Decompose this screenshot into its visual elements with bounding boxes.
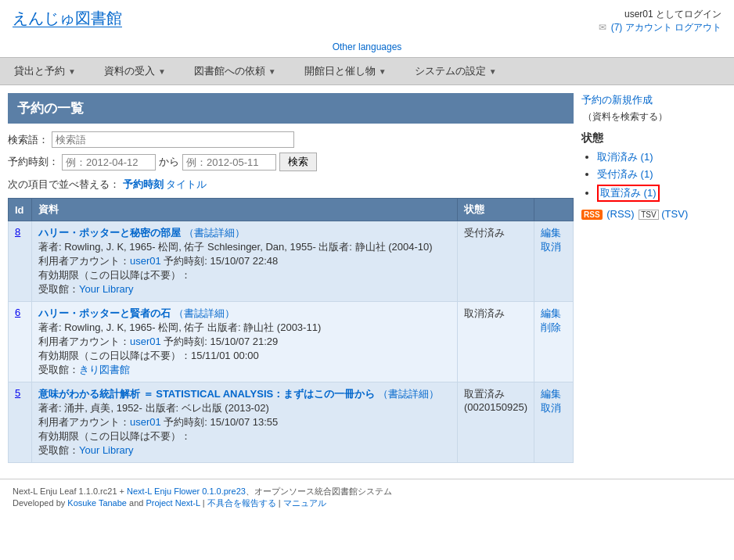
action-link-編集[interactable]: 編集 — [541, 387, 567, 401]
id-link[interactable]: 8 — [15, 226, 20, 238]
action-link-取消[interactable]: 取消 — [541, 401, 567, 415]
table-row: 6ハリー・ポッターと賢者の石 （書誌詳細）著者: Rowling, J. K, … — [9, 302, 574, 382]
nav-acquisitions-label: 資料の受入 — [104, 64, 155, 78]
sidebar-status-received: 受付済み (1) — [597, 167, 726, 181]
nav-settings-arrow: ▼ — [489, 67, 497, 76]
id-link[interactable]: 6 — [15, 307, 20, 318]
expiry-text: 有効期限（この日以降は不要）：15/11/01 00:00 — [38, 350, 259, 361]
library-label: 受取館： — [38, 364, 79, 375]
title-link[interactable]: ハリー・ポッターと賢者の石 — [38, 307, 171, 319]
library-link[interactable]: きり図書館 — [79, 364, 130, 375]
sidebar-status-list: 取消済み (1) 受付済み (1) 取置済み (1) — [581, 150, 726, 202]
search-button[interactable]: 検索 — [279, 153, 317, 171]
nav-item-requests[interactable]: 図書館への依頼 ▼ — [180, 58, 290, 84]
sort-info: 次の項目で並べ替える： 予約時刻 タイトル — [8, 178, 574, 192]
sidebar-feeds: RSS (RSS) TSV (TSV) — [581, 208, 726, 220]
authors-text: 著者: Rowling, J. K, 1965- 松岡, 佑子 出版者: 静山社… — [38, 321, 321, 333]
col-header-actions — [534, 199, 574, 221]
title-link[interactable]: 意味がわかる統計解析 ＝ STATISTICAL ANALYSIS：まずはこの一… — [38, 388, 375, 400]
manual-link[interactable]: マニュアル — [283, 498, 326, 508]
action-link-編集[interactable]: 編集 — [541, 226, 567, 240]
sidebar-received-link[interactable]: 受付済み (1) — [597, 168, 653, 180]
logout-link[interactable]: ログアウト — [675, 22, 721, 33]
cell-material: 意味がわかる統計解析 ＝ STATISTICAL ANALYSIS：まずはこの一… — [32, 382, 458, 463]
other-languages-link[interactable]: Other languages — [333, 41, 402, 52]
detail-link[interactable]: （書誌詳細） — [378, 388, 439, 400]
cell-actions: 編集取消 — [534, 382, 574, 463]
expiry-text: 有効期限（この日以降は不要）： — [38, 269, 191, 281]
nav-item-events[interactable]: 開館日と催し物 ▼ — [290, 58, 401, 84]
footer: Next-L Enju Leaf 1.1.0.rc21 + Next-L Enj… — [0, 479, 734, 515]
cell-actions: 編集削除 — [534, 302, 574, 382]
status-text: 取置済み (0020150925) — [464, 388, 527, 413]
date-label: 予約時刻： — [8, 155, 59, 169]
nav-events-arrow: ▼ — [379, 67, 387, 76]
col-header-id: Id — [9, 199, 32, 221]
enju-flower-link[interactable]: Next-L Enju Flower 0.1.0.pre23 — [127, 486, 246, 496]
main-content: 予約の一覧 検索語： 予約時刻： から 検索 次の項目で並べ替える： 予約時刻 … — [8, 93, 574, 463]
sort-date-link[interactable]: 予約時刻 — [123, 178, 164, 190]
account-user-link[interactable]: user01 — [130, 336, 161, 347]
footer-dev: Developed by — [13, 498, 67, 508]
sidebar-new-reserve: 予約の新規作成 — [581, 93, 726, 107]
cell-id: 5 — [9, 382, 32, 463]
sidebar: 予約の新規作成 （資料を検索する） 状態 取消済み (1) 受付済み (1) 取… — [581, 93, 726, 463]
expiry-text: 有効期限（この日以降は不要）： — [38, 430, 191, 442]
sidebar-reserved-link[interactable]: 取置済み (1) — [600, 187, 657, 199]
cell-status: 取置済み (0020150925) — [458, 382, 534, 463]
cell-material: ハリー・ポッターと秘密の部屋 （書誌詳細）著者: Rowling, J. K, … — [32, 221, 458, 302]
search-keyword-input[interactable] — [52, 131, 294, 148]
account-label: 利用者アカウント： — [38, 416, 130, 428]
sidebar-status-title: 状態 — [581, 131, 726, 145]
nav-events-label: 開館日と催し物 — [304, 64, 376, 78]
action-link-編集[interactable]: 編集 — [541, 307, 567, 321]
reservations-table: Id 資料 状態 8ハリー・ポッターと秘密の部屋 （書誌詳細）著者: Rowli… — [8, 198, 574, 463]
sidebar-cancelled-link[interactable]: 取消済み (1) — [597, 151, 653, 163]
nav-item-loans[interactable]: 貸出と予約 ▼ — [0, 58, 90, 84]
search-date-from-input[interactable] — [62, 154, 156, 171]
authors-text: 著者: 涌井, 貞美, 1952- 出版者: ベレ出版 (2013-02) — [38, 402, 269, 414]
action-link-削除[interactable]: 削除 — [541, 321, 567, 335]
status-text: 受付済み — [464, 227, 505, 239]
status-text: 取消済み — [464, 307, 505, 319]
nav-requests-arrow: ▼ — [268, 67, 276, 76]
date-separator: から — [159, 155, 179, 169]
table-row: 8ハリー・ポッターと秘密の部屋 （書誌詳細）著者: Rowling, J. K,… — [9, 221, 574, 302]
account-user-link[interactable]: user01 — [130, 416, 161, 428]
sidebar-status-reserved: 取置済み (1) — [597, 185, 726, 202]
rss-link[interactable]: (RSS) — [606, 208, 634, 220]
message-link[interactable]: (7) — [611, 22, 623, 33]
kosuke-link[interactable]: Kosuke Tanabe — [67, 498, 127, 508]
search-date-to-input[interactable] — [182, 154, 276, 171]
nav-item-settings[interactable]: システムの設定 ▼ — [401, 58, 511, 84]
sort-title-link[interactable]: タイトル — [166, 178, 207, 190]
site-title: えんじゅ図書館 — [13, 8, 122, 29]
table-row: 5意味がわかる統計解析 ＝ STATISTICAL ANALYSIS：まずはこの… — [9, 382, 574, 463]
new-reserve-link[interactable]: 予約の新規作成 — [581, 94, 653, 106]
nav-item-acquisitions[interactable]: 資料の受入 ▼ — [90, 58, 180, 84]
sidebar-new-reserve-sub: （資料を検索する） — [583, 110, 726, 124]
detail-link[interactable]: （書誌詳細） — [184, 227, 245, 239]
footer-and: and — [127, 498, 146, 508]
cell-id: 6 — [9, 302, 32, 382]
title-link[interactable]: ハリー・ポッターと秘密の部屋 — [38, 227, 181, 239]
id-link[interactable]: 5 — [15, 387, 20, 399]
sort-label: 次の項目で並べ替える： — [8, 178, 120, 190]
col-header-material: 資料 — [32, 199, 458, 221]
action-link-取消[interactable]: 取消 — [541, 240, 567, 254]
cell-id: 8 — [9, 221, 32, 302]
footer-sep2: | — [276, 498, 283, 508]
tsv-link[interactable]: (TSV) — [661, 208, 688, 220]
authors-text: 著者: Rowling, J. K, 1965- 松岡, 佑子 Schlesin… — [38, 241, 433, 253]
site-title-link[interactable]: えんじゅ図書館 — [13, 9, 122, 27]
detail-link[interactable]: （書誌詳細） — [174, 307, 235, 319]
bug-link[interactable]: 不具合を報告する — [207, 498, 276, 508]
account-link[interactable]: アカウント — [625, 22, 672, 33]
library-link[interactable]: Your Library — [79, 444, 134, 456]
project-link[interactable]: Project Next-L — [146, 498, 200, 508]
account-user-link[interactable]: user01 — [130, 255, 161, 267]
nav-loans-arrow: ▼ — [68, 67, 76, 76]
navbar: 貸出と予約 ▼ 資料の受入 ▼ 図書館への依頼 ▼ 開館日と催し物 ▼ システム… — [0, 57, 734, 85]
footer-post: 、オープンソース統合図書館システム — [246, 486, 392, 496]
library-link[interactable]: Your Library — [79, 283, 134, 295]
